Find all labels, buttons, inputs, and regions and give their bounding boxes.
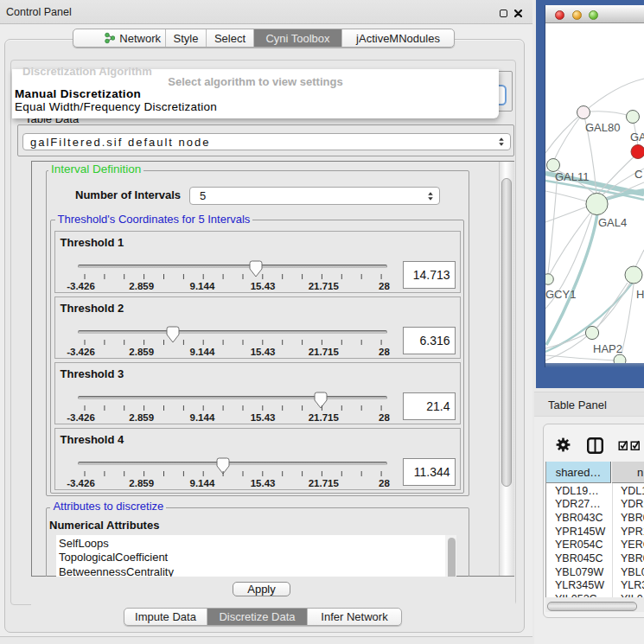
svg-text:GAL11: GAL11 xyxy=(555,170,590,183)
svg-text:C: C xyxy=(634,168,642,181)
svg-text:GCY1: GCY1 xyxy=(545,288,576,301)
svg-text:H: H xyxy=(636,288,644,301)
svg-text:GA: GA xyxy=(630,131,644,143)
svg-text:GAL80: GAL80 xyxy=(585,121,620,134)
svg-text:GAL4: GAL4 xyxy=(598,216,627,229)
svg-text:HAP2: HAP2 xyxy=(593,342,622,355)
